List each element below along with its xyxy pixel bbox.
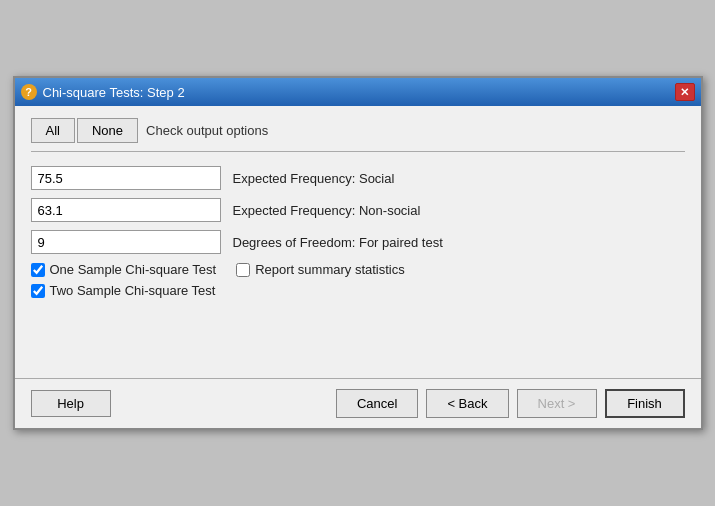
dialog-content: All None Check output options Expected F… (15, 106, 701, 378)
input-row-3: Degrees of Freedom: For paired test (31, 230, 685, 254)
cancel-button[interactable]: Cancel (336, 389, 418, 418)
checkbox-row-2: Two Sample Chi-square Test (31, 283, 685, 298)
finish-button[interactable]: Finish (605, 389, 685, 418)
top-buttons-row: All None Check output options (31, 118, 685, 152)
checkbox-row-1: One Sample Chi-square Test Report summar… (31, 262, 685, 277)
help-icon: ? (21, 84, 37, 100)
one-sample-label: One Sample Chi-square Test (50, 262, 217, 277)
footer: Help Cancel < Back Next > Finish (15, 378, 701, 428)
title-bar: ? Chi-square Tests: Step 2 ✕ (15, 78, 701, 106)
window-title: Chi-square Tests: Step 2 (43, 85, 185, 100)
input-row-1: Expected Frequency: Social (31, 166, 685, 190)
one-sample-checkbox-item: One Sample Chi-square Test (31, 262, 217, 277)
two-sample-label: Two Sample Chi-square Test (50, 283, 216, 298)
close-button[interactable]: ✕ (675, 83, 695, 101)
back-button[interactable]: < Back (426, 389, 508, 418)
report-summary-checkbox-item: Report summary statistics (236, 262, 405, 277)
freq-social-input[interactable] (31, 166, 221, 190)
report-summary-checkbox[interactable] (236, 263, 250, 277)
main-area: Expected Frequency: Social Expected Freq… (31, 166, 685, 366)
dialog-window: ? Chi-square Tests: Step 2 ✕ All None Ch… (13, 76, 703, 430)
degrees-freedom-label: Degrees of Freedom: For paired test (233, 235, 443, 250)
two-sample-checkbox-item: Two Sample Chi-square Test (31, 283, 216, 298)
title-bar-left: ? Chi-square Tests: Step 2 (21, 84, 185, 100)
freq-nonsocial-input[interactable] (31, 198, 221, 222)
one-sample-checkbox[interactable] (31, 263, 45, 277)
none-button[interactable]: None (77, 118, 138, 143)
freq-nonsocial-label: Expected Frequency: Non-social (233, 203, 421, 218)
section-label: Check output options (146, 123, 268, 138)
all-button[interactable]: All (31, 118, 75, 143)
next-button[interactable]: Next > (517, 389, 597, 418)
two-sample-checkbox[interactable] (31, 284, 45, 298)
degrees-freedom-input[interactable] (31, 230, 221, 254)
footer-right: Cancel < Back Next > Finish (336, 389, 685, 418)
report-summary-label: Report summary statistics (255, 262, 405, 277)
input-row-2: Expected Frequency: Non-social (31, 198, 685, 222)
help-button[interactable]: Help (31, 390, 111, 417)
freq-social-label: Expected Frequency: Social (233, 171, 395, 186)
